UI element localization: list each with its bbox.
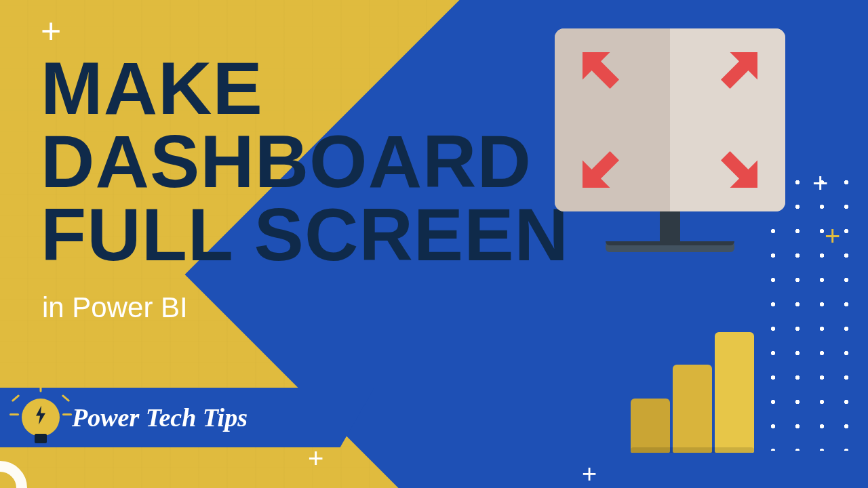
monitor-screen bbox=[555, 28, 785, 211]
power-bi-bars-icon bbox=[631, 324, 760, 453]
lightning-bolt-icon bbox=[35, 405, 47, 427]
headline: MAKE DASHBOARD FULL SCREEN bbox=[41, 52, 569, 270]
pbi-base-shadow bbox=[631, 447, 754, 453]
monitor-stand-neck bbox=[660, 211, 680, 243]
monitor-stand-base bbox=[606, 241, 734, 252]
ring-decoration-icon bbox=[0, 461, 27, 488]
thumbnail-stage: + + + + + MAKE DASHBOARD FULL SCREEN in … bbox=[0, 0, 868, 488]
arrow-top-right-icon bbox=[703, 46, 764, 107]
arrow-bottom-left-icon bbox=[576, 133, 637, 194]
pbi-bar-large bbox=[715, 332, 754, 453]
arrow-top-left-icon bbox=[576, 46, 637, 107]
pbi-bar-small bbox=[631, 399, 670, 453]
headline-line-3: FULL SCREEN bbox=[41, 198, 569, 271]
brand-ribbon: Power Tech Tips bbox=[0, 388, 374, 447]
arrow-bottom-right-icon bbox=[703, 133, 764, 194]
lightbulb-icon bbox=[22, 399, 60, 436]
monitor-icon bbox=[555, 28, 785, 252]
plus-decoration-icon: + bbox=[41, 14, 60, 49]
plus-decoration-icon: + bbox=[308, 445, 323, 472]
headline-line-2: DASHBOARD bbox=[41, 125, 569, 198]
brand-name: Power Tech Tips bbox=[72, 403, 248, 432]
headline-line-1: MAKE bbox=[41, 52, 569, 125]
subline: in Power BI bbox=[42, 291, 188, 324]
pbi-bar-medium bbox=[673, 365, 712, 453]
